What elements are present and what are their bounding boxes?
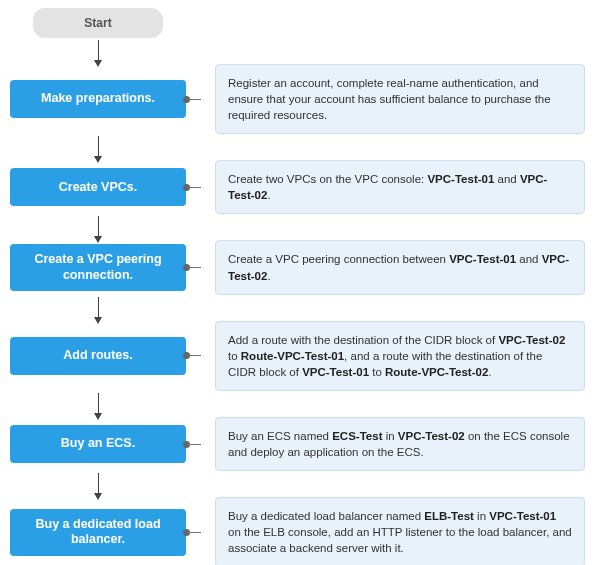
- connector: [186, 264, 201, 271]
- flow-step: Buy a dedicated load balancer.Buy a dedi…: [10, 497, 585, 565]
- flow-step: Buy an ECS.Buy an ECS named ECS-Test in …: [10, 417, 585, 471]
- flowchart: Start Make preparations.Register an acco…: [10, 8, 587, 565]
- connector-segment: [187, 267, 201, 268]
- connector: [186, 441, 201, 448]
- connector: [186, 352, 201, 359]
- connector-segment: [187, 187, 201, 188]
- arrow-down-icon: [98, 40, 99, 62]
- connector: [186, 184, 201, 191]
- step-description: Add a route with the destination of the …: [215, 321, 585, 391]
- connector-segment: [187, 355, 201, 356]
- step-description: Create two VPCs on the VPC console: VPC-…: [215, 160, 585, 214]
- step-box: Buy a dedicated load balancer.: [10, 509, 186, 556]
- flow-step: Create a VPC peering connection.Create a…: [10, 240, 585, 294]
- step-description: Buy an ECS named ECS-Test in VPC-Test-02…: [215, 417, 585, 471]
- step-box: Make preparations.: [10, 80, 186, 118]
- step-description: Buy a dedicated load balancer named ELB-…: [215, 497, 585, 565]
- step-description: Create a VPC peering connection between …: [215, 240, 585, 294]
- step-description: Register an account, complete real-name …: [215, 64, 585, 134]
- flow-step: Make preparations.Register an account, c…: [10, 64, 585, 134]
- arrow-down-icon: [98, 216, 99, 238]
- start-terminator: Start: [33, 8, 163, 38]
- step-box: Create VPCs.: [10, 168, 186, 206]
- connector: [186, 529, 201, 536]
- flow-step: Add routes.Add a route with the destinat…: [10, 321, 585, 391]
- step-box: Buy an ECS.: [10, 425, 186, 463]
- arrow-down-icon: [98, 297, 99, 319]
- connector-segment: [187, 532, 201, 533]
- arrow-down-icon: [98, 393, 99, 415]
- step-box: Create a VPC peering connection.: [10, 244, 186, 291]
- step-box: Add routes.: [10, 337, 186, 375]
- arrow-down-icon: [98, 473, 99, 495]
- connector: [186, 96, 201, 103]
- connector-segment: [187, 99, 201, 100]
- connector-segment: [187, 444, 201, 445]
- flow-step: Create VPCs.Create two VPCs on the VPC c…: [10, 160, 585, 214]
- arrow-down-icon: [98, 136, 99, 158]
